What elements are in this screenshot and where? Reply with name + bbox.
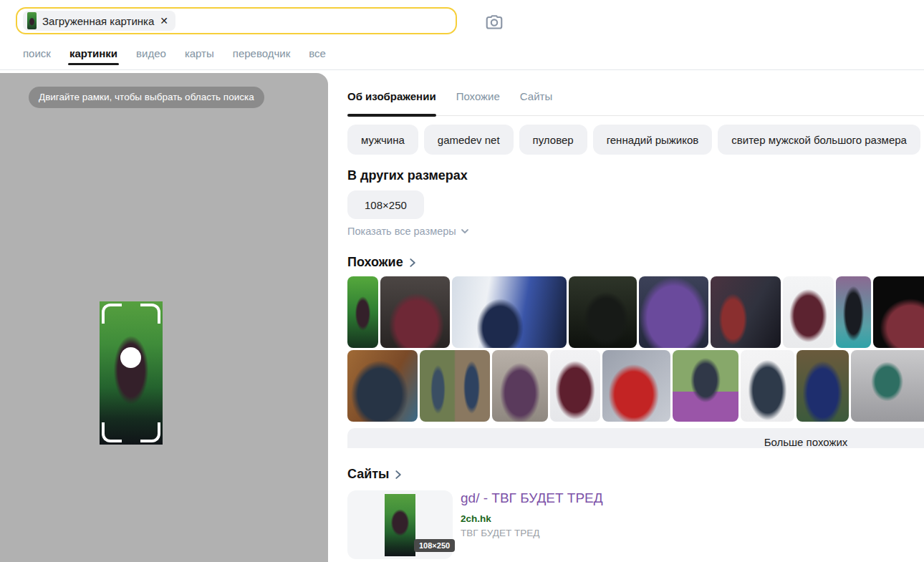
tab-similar[interactable]: Похожие	[456, 90, 500, 102]
results-tab-bar: Об изображенииПохожиеСайты	[347, 90, 924, 116]
show-all-sizes-label: Показать все размеры	[347, 226, 456, 237]
similar-image-man-purple-turtleneck[interactable]	[639, 276, 708, 348]
close-icon[interactable]: ✕	[160, 16, 168, 26]
site-result-thumbnail-card[interactable]: 108×250	[347, 490, 453, 559]
crop-hint-tooltip: Двигайте рамки, чтобы выбрать область по…	[29, 87, 264, 108]
similar-images-row-1	[347, 276, 924, 348]
camera-icon[interactable]	[483, 11, 506, 34]
crop-move-handle[interactable]	[120, 347, 141, 368]
show-all-sizes-link[interactable]: Показать все размеры	[347, 226, 469, 237]
related-tags-row: мужчинаgamedev netпуловергеннадий рыжико…	[347, 125, 920, 155]
crop-handle-bottom-left[interactable]	[102, 422, 122, 442]
site-result-description: ТВГ БУДЕТ ТРЕД	[461, 528, 890, 538]
nav-tab-all[interactable]: все	[309, 47, 326, 69]
similar-image-man-blue-sweater-store[interactable]	[797, 350, 849, 422]
similar-image-man-teal-sweater-mall[interactable]	[851, 350, 924, 422]
header-divider	[0, 69, 924, 70]
similar-image-man-navy-jacket-orange-bg[interactable]	[347, 350, 418, 422]
chevron-right-icon	[393, 469, 403, 480]
tag-chip[interactable]: gamedev net	[424, 125, 514, 155]
similar-images-gallery: Больше похожих	[347, 276, 924, 448]
nav-tab-translator[interactable]: переводчик	[233, 47, 290, 69]
similar-image-mannequin-maroon-sweater[interactable]	[783, 276, 834, 348]
similar-image-man-red-tshirt-gray-bg[interactable]	[602, 350, 670, 422]
uploaded-image-chip[interactable]: Загруженная картинка ✕	[23, 11, 175, 31]
service-nav: поисккартинкивидеокартыпереводчиквсе	[23, 47, 326, 69]
tab-sites[interactable]: Сайты	[520, 90, 552, 102]
site-result-size-badge: 108×250	[414, 539, 455, 552]
nav-tab-images[interactable]: картинки	[69, 47, 117, 69]
similar-section-title: Похожие	[347, 255, 403, 270]
crop-handle-top-right[interactable]	[140, 304, 160, 324]
crop-handle-top-left[interactable]	[102, 304, 122, 324]
chevron-right-icon	[408, 257, 417, 268]
similar-image-before-after-blue-jacket[interactable]	[420, 350, 490, 422]
image-crop-panel: Двигайте рамки, чтобы выбрать область по…	[0, 73, 328, 562]
similar-image-man-black-outfit-store[interactable]	[836, 276, 871, 348]
nav-tab-search[interactable]: поиск	[23, 47, 51, 69]
site-result-text: gd/ - ТВГ БУДЕТ ТРЕД 2ch.hk ТВГ БУДЕТ ТР…	[461, 490, 890, 538]
more-similar-button[interactable]: Больше похожих	[347, 428, 924, 448]
tag-chip[interactable]: мужчина	[347, 125, 418, 155]
tag-chip[interactable]: свитер мужской большого размера	[718, 125, 920, 155]
similar-image-man-purple-pullover-brick-wall[interactable]	[492, 350, 548, 422]
other-sizes-title: В других размерах	[347, 168, 468, 183]
tag-chip[interactable]: геннадий рыжиков	[593, 125, 713, 155]
similar-image-two-men-colorful-shirt[interactable]	[711, 276, 781, 348]
sites-section-title: Сайты	[347, 467, 389, 482]
uploaded-image-preview[interactable]	[100, 301, 163, 445]
tag-chip[interactable]: пуловер	[519, 125, 587, 155]
similar-image-man-navy-sweater-white-bg[interactable]	[741, 350, 794, 422]
chevron-down-icon	[461, 227, 469, 236]
similar-image-man-maroon-turtleneck-white-bg[interactable]	[550, 350, 600, 422]
crop-handle-bottom-right[interactable]	[140, 422, 160, 442]
similar-section-link[interactable]: Похожие	[347, 255, 417, 270]
uploaded-image-thumbnail	[27, 12, 37, 29]
search-input[interactable]: Загруженная картинка ✕	[16, 7, 457, 34]
results-panel: Об изображенииПохожиеСайты мужчинаgamede…	[337, 73, 924, 562]
site-result-domain: 2ch.hk	[461, 513, 890, 524]
similar-image-man-dark-scene[interactable]	[569, 276, 637, 348]
similar-image-man-landscape-purple-banner[interactable]	[673, 350, 738, 422]
similar-image-man-maroon-tshirt[interactable]	[380, 276, 450, 348]
similar-images-row-2	[347, 350, 924, 422]
similar-image-man-maroon-hoodie-black-bg[interactable]	[873, 276, 924, 348]
similar-image-man-maroon-sweater-green-banner[interactable]	[347, 276, 378, 348]
size-chip[interactable]: 108×250	[347, 190, 424, 219]
camera-icon-glyph	[484, 13, 504, 33]
nav-tab-video[interactable]: видео	[136, 47, 166, 69]
site-result-thumbnail	[385, 494, 415, 556]
site-result-title-link[interactable]: gd/ - ТВГ БУДЕТ ТРЕД	[461, 490, 890, 507]
nav-tab-maps[interactable]: карты	[185, 47, 214, 69]
sites-section-link[interactable]: Сайты	[347, 467, 403, 482]
uploaded-image-chip-label: Загруженная картинка	[42, 15, 154, 27]
similar-image-older-man-russian-flag[interactable]	[452, 276, 567, 348]
tab-about-image[interactable]: Об изображении	[347, 90, 436, 102]
